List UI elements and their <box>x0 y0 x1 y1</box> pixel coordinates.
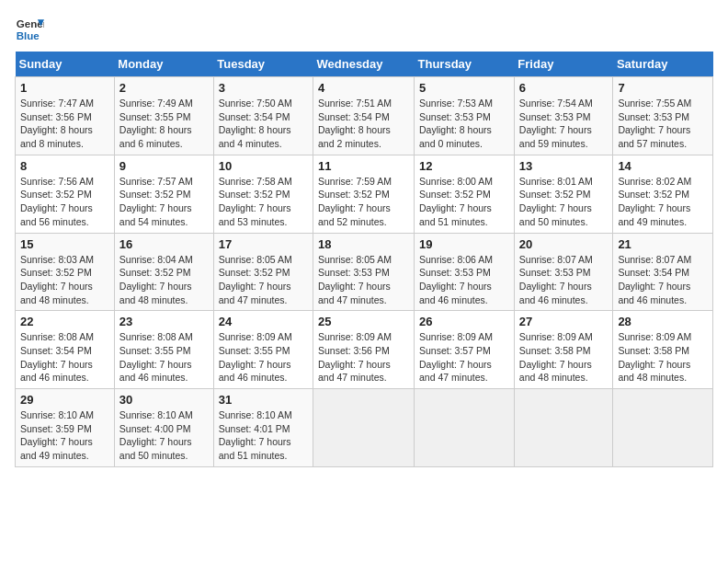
day-number: 8 <box>20 159 109 173</box>
calendar-day-cell: 18 Sunrise: 8:05 AMSunset: 3:53 PMDaylig… <box>313 233 415 311</box>
calendar-day-cell: 2 Sunrise: 7:49 AMSunset: 3:55 PMDayligh… <box>114 77 213 155</box>
calendar-day-cell: 21 Sunrise: 8:07 AMSunset: 3:54 PMDaylig… <box>613 233 713 311</box>
day-info: Sunrise: 7:53 AMSunset: 3:53 PMDaylight:… <box>419 98 493 149</box>
day-number: 7 <box>618 81 708 95</box>
day-info: Sunrise: 7:51 AMSunset: 3:54 PMDaylight:… <box>318 98 392 149</box>
day-number: 17 <box>219 237 308 251</box>
calendar-day-cell: 14 Sunrise: 8:02 AMSunset: 3:52 PMDaylig… <box>613 155 713 233</box>
day-info: Sunrise: 8:09 AMSunset: 3:57 PMDaylight:… <box>419 331 493 383</box>
calendar-day-cell: 11 Sunrise: 7:59 AMSunset: 3:52 PMDaylig… <box>313 155 415 233</box>
day-number: 30 <box>119 393 209 407</box>
calendar-day-cell: 15 Sunrise: 8:03 AMSunset: 3:52 PMDaylig… <box>16 233 115 311</box>
calendar-day-cell: 9 Sunrise: 7:57 AMSunset: 3:52 PMDayligh… <box>114 155 213 233</box>
day-info: Sunrise: 8:05 AMSunset: 3:53 PMDaylight:… <box>318 254 392 305</box>
calendar-day-cell <box>415 389 515 467</box>
calendar-day-cell <box>313 389 415 467</box>
day-number: 25 <box>318 315 409 328</box>
weekday-header: Thursday <box>415 52 515 77</box>
day-info: Sunrise: 7:54 AMSunset: 3:53 PMDaylight:… <box>519 98 593 149</box>
weekday-header: Sunday <box>16 52 115 77</box>
day-info: Sunrise: 7:59 AMSunset: 3:52 PMDaylight:… <box>318 176 392 227</box>
day-number: 21 <box>618 237 708 251</box>
calendar-header-row: SundayMondayTuesdayWednesdayThursdayFrid… <box>16 52 713 77</box>
logo-icon: General Blue <box>15 15 44 44</box>
day-info: Sunrise: 8:00 AMSunset: 3:52 PMDaylight:… <box>419 176 493 227</box>
logo: General Blue <box>15 15 44 44</box>
day-number: 23 <box>119 315 209 328</box>
day-number: 19 <box>419 237 509 251</box>
calendar-day-cell: 19 Sunrise: 8:06 AMSunset: 3:53 PMDaylig… <box>415 233 515 311</box>
day-info: Sunrise: 8:07 AMSunset: 3:54 PMDaylight:… <box>618 254 691 305</box>
calendar-day-cell: 24 Sunrise: 8:09 AMSunset: 3:55 PMDaylig… <box>213 311 313 389</box>
day-info: Sunrise: 8:08 AMSunset: 3:54 PMDaylight:… <box>20 331 94 383</box>
day-number: 22 <box>20 315 109 328</box>
day-number: 20 <box>519 237 609 251</box>
svg-text:Blue: Blue <box>17 30 40 41</box>
day-number: 24 <box>219 315 308 328</box>
calendar-day-cell: 4 Sunrise: 7:51 AMSunset: 3:54 PMDayligh… <box>313 77 415 155</box>
day-info: Sunrise: 7:57 AMSunset: 3:52 PMDaylight:… <box>119 176 193 227</box>
day-number: 31 <box>219 393 308 407</box>
calendar-day-cell: 30 Sunrise: 8:10 AMSunset: 4:00 PMDaylig… <box>114 389 213 467</box>
calendar-day-cell: 5 Sunrise: 7:53 AMSunset: 3:53 PMDayligh… <box>415 77 515 155</box>
day-number: 5 <box>419 81 509 95</box>
calendar-day-cell: 7 Sunrise: 7:55 AMSunset: 3:53 PMDayligh… <box>613 77 713 155</box>
calendar-day-cell: 8 Sunrise: 7:56 AMSunset: 3:52 PMDayligh… <box>16 155 115 233</box>
day-info: Sunrise: 8:09 AMSunset: 3:55 PMDaylight:… <box>219 331 292 383</box>
calendar-day-cell <box>613 389 713 467</box>
day-info: Sunrise: 8:04 AMSunset: 3:52 PMDaylight:… <box>119 254 193 305</box>
weekday-header: Tuesday <box>213 52 313 77</box>
day-number: 1 <box>20 81 109 95</box>
day-number: 28 <box>618 315 708 328</box>
page-header: General Blue <box>15 15 713 44</box>
calendar-day-cell: 12 Sunrise: 8:00 AMSunset: 3:52 PMDaylig… <box>415 155 515 233</box>
calendar-day-cell: 22 Sunrise: 8:08 AMSunset: 3:54 PMDaylig… <box>16 311 115 389</box>
day-info: Sunrise: 8:10 AMSunset: 3:59 PMDaylight:… <box>20 409 94 461</box>
calendar-week-row: 29 Sunrise: 8:10 AMSunset: 3:59 PMDaylig… <box>16 389 713 467</box>
calendar-day-cell: 16 Sunrise: 8:04 AMSunset: 3:52 PMDaylig… <box>114 233 213 311</box>
day-info: Sunrise: 8:09 AMSunset: 3:58 PMDaylight:… <box>618 331 691 383</box>
day-info: Sunrise: 8:07 AMSunset: 3:53 PMDaylight:… <box>519 254 593 305</box>
day-number: 27 <box>519 315 609 328</box>
day-number: 14 <box>618 159 708 173</box>
calendar-day-cell: 13 Sunrise: 8:01 AMSunset: 3:52 PMDaylig… <box>514 155 613 233</box>
day-info: Sunrise: 8:09 AMSunset: 3:58 PMDaylight:… <box>519 331 593 383</box>
day-info: Sunrise: 7:50 AMSunset: 3:54 PMDaylight:… <box>219 98 292 149</box>
weekday-header: Friday <box>514 52 613 77</box>
calendar-day-cell: 3 Sunrise: 7:50 AMSunset: 3:54 PMDayligh… <box>213 77 313 155</box>
calendar-day-cell: 23 Sunrise: 8:08 AMSunset: 3:55 PMDaylig… <box>114 311 213 389</box>
day-number: 6 <box>519 81 609 95</box>
day-info: Sunrise: 7:55 AMSunset: 3:53 PMDaylight:… <box>618 98 691 149</box>
weekday-header: Saturday <box>613 52 713 77</box>
calendar-day-cell: 17 Sunrise: 8:05 AMSunset: 3:52 PMDaylig… <box>213 233 313 311</box>
day-number: 4 <box>318 81 409 95</box>
day-info: Sunrise: 8:10 AMSunset: 4:00 PMDaylight:… <box>119 409 193 461</box>
calendar-day-cell: 27 Sunrise: 8:09 AMSunset: 3:58 PMDaylig… <box>514 311 613 389</box>
day-number: 16 <box>119 237 209 251</box>
calendar-day-cell: 31 Sunrise: 8:10 AMSunset: 4:01 PMDaylig… <box>213 389 313 467</box>
day-info: Sunrise: 7:47 AMSunset: 3:56 PMDaylight:… <box>20 98 94 149</box>
day-number: 11 <box>318 159 409 173</box>
day-number: 18 <box>318 237 409 251</box>
calendar-day-cell <box>514 389 613 467</box>
day-number: 12 <box>419 159 509 173</box>
calendar-week-row: 8 Sunrise: 7:56 AMSunset: 3:52 PMDayligh… <box>16 155 713 233</box>
calendar-day-cell: 26 Sunrise: 8:09 AMSunset: 3:57 PMDaylig… <box>415 311 515 389</box>
calendar-week-row: 22 Sunrise: 8:08 AMSunset: 3:54 PMDaylig… <box>16 311 713 389</box>
calendar-day-cell: 29 Sunrise: 8:10 AMSunset: 3:59 PMDaylig… <box>16 389 115 467</box>
day-number: 9 <box>119 159 209 173</box>
calendar-week-row: 15 Sunrise: 8:03 AMSunset: 3:52 PMDaylig… <box>16 233 713 311</box>
calendar-day-cell: 25 Sunrise: 8:09 AMSunset: 3:56 PMDaylig… <box>313 311 415 389</box>
day-info: Sunrise: 8:06 AMSunset: 3:53 PMDaylight:… <box>419 254 493 305</box>
weekday-header: Wednesday <box>313 52 415 77</box>
day-number: 15 <box>20 237 109 251</box>
day-number: 29 <box>20 393 109 407</box>
calendar-day-cell: 6 Sunrise: 7:54 AMSunset: 3:53 PMDayligh… <box>514 77 613 155</box>
day-number: 26 <box>419 315 509 328</box>
day-info: Sunrise: 8:09 AMSunset: 3:56 PMDaylight:… <box>318 331 392 383</box>
day-number: 10 <box>219 159 308 173</box>
calendar-table: SundayMondayTuesdayWednesdayThursdayFrid… <box>15 52 713 467</box>
day-info: Sunrise: 8:03 AMSunset: 3:52 PMDaylight:… <box>20 254 94 305</box>
day-info: Sunrise: 7:58 AMSunset: 3:52 PMDaylight:… <box>219 176 292 227</box>
day-info: Sunrise: 8:05 AMSunset: 3:52 PMDaylight:… <box>219 254 292 305</box>
